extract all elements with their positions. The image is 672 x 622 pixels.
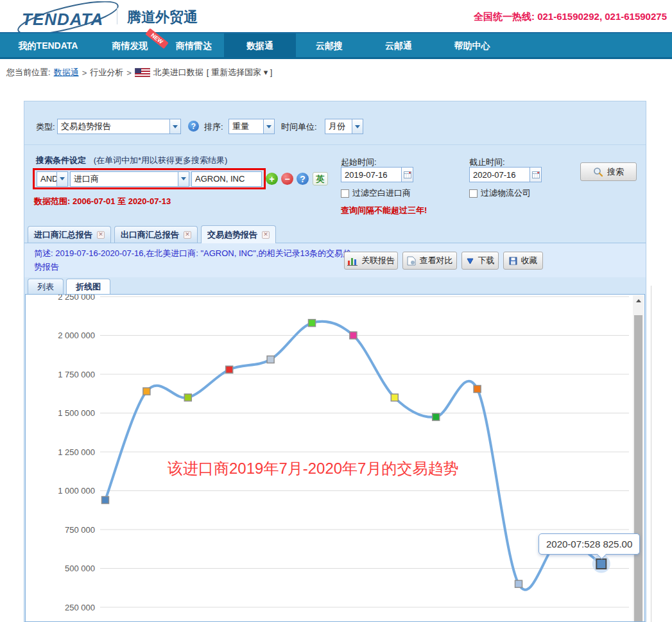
data-point[interactable] (433, 413, 440, 420)
data-point[interactable] (143, 388, 150, 395)
hotline: 全国统一热线: 021-61590292, 021-61590275 (474, 11, 667, 23)
data-point[interactable] (226, 366, 233, 373)
breadcrumb-prefix: 您当前位置: (6, 67, 51, 78)
chart-tooltip: 2020-07:528 825.00 (538, 533, 640, 555)
add-condition-icon[interactable]: + (266, 173, 278, 185)
trend-line (105, 322, 601, 590)
sort-label: 排序: (204, 121, 223, 133)
data-point[interactable] (184, 394, 191, 401)
chevron-down-icon[interactable] (169, 119, 180, 134)
nav-item-label: 云邮搜 (316, 40, 343, 52)
favorite-button[interactable]: 收藏 (503, 252, 543, 270)
tendata-logo[interactable]: TENDATA (17, 4, 129, 31)
view-tabbar: 列表折线图 (24, 277, 646, 294)
start-date-input[interactable]: 2019-07-16 (341, 167, 413, 182)
type-label: 类型: (36, 121, 55, 133)
report-tab-3[interactable]: 交易趋势报告✕ (201, 225, 276, 243)
close-icon[interactable]: ✕ (262, 231, 270, 239)
close-icon[interactable]: ✕ (184, 231, 191, 239)
sort-select-value: 重量 (229, 119, 263, 134)
chart-scrollbar[interactable] (633, 295, 644, 621)
breadcrumb-item-industry[interactable]: 行业分析 (90, 67, 123, 78)
nav-item-label: 商情发现 (112, 40, 148, 52)
sort-select[interactable]: 重量 (228, 119, 275, 134)
nav-item-6[interactable]: 云邮通 (363, 33, 435, 59)
report-tab-label: 进口商汇总报告 (34, 229, 92, 241)
view-tab-list[interactable]: 列表 (28, 279, 64, 294)
nav-item-label: 商情雷达 (176, 40, 212, 52)
close-icon[interactable]: ✕ (97, 231, 105, 239)
chevron-down-icon[interactable] (263, 119, 274, 134)
y-tick-label: 750 000 (65, 525, 95, 535)
save-disk-icon (509, 257, 517, 265)
y-tick-label: 1 750 000 (58, 370, 95, 379)
brand-name: 腾道外贸通 (127, 8, 198, 27)
nav-item-7[interactable]: 帮助中心 (435, 33, 510, 59)
breadcrumb-current: 北美进口数据 (153, 67, 203, 78)
section-divider (24, 144, 646, 145)
chart-annotation: 该进口商2019年7月-2020年7月的交易趋势 (168, 458, 458, 479)
view-tab-line-chart[interactable]: 折线图 (66, 279, 110, 294)
search-conditions-title: 搜索条件设定 (在单词中加*用以获得更多搜索结果) (36, 155, 227, 166)
keyword-input[interactable] (192, 172, 261, 186)
nav-item-3[interactable]: 商情雷达 (164, 33, 224, 59)
remove-condition-icon[interactable]: − (281, 173, 293, 185)
end-date-value: 2020-07-16 (470, 168, 530, 182)
calendar-icon[interactable] (530, 168, 541, 182)
data-point[interactable] (309, 320, 316, 327)
y-tick-label: 1 500 000 (58, 408, 95, 418)
filter-logistics-checkbox[interactable] (469, 189, 478, 198)
data-point[interactable] (515, 580, 522, 587)
type-select[interactable]: 交易趋势报告 (57, 119, 181, 134)
nav-item-label: 云邮通 (385, 40, 412, 52)
data-range-note: 数据范围: 2006-07-01 至 2020-07-13 (34, 196, 171, 207)
english-toggle-button[interactable]: 英 (313, 172, 328, 186)
nav-item-2[interactable]: 商情发现NEW (96, 33, 164, 59)
button-label: 查看对比 (420, 255, 453, 266)
filter-logistics-option: 过滤物流公司 (469, 187, 531, 199)
search-button[interactable]: 搜索 (580, 162, 637, 181)
keyword-input-wrap (191, 171, 262, 187)
chevron-down-icon[interactable] (178, 172, 189, 186)
report-tab-label: 出口商汇总报告 (121, 229, 179, 241)
compare-doc-icon (407, 256, 416, 266)
y-tick-label: 2 250 000 (58, 295, 95, 302)
logo-divider (117, 8, 117, 24)
scrollbar-up-arrow-icon[interactable] (633, 295, 644, 306)
main-panel: 类型: 交易趋势报告 ? 排序: 重量 时间单位: 月份 搜索条件设定 (在单词… (24, 101, 646, 622)
help-icon[interactable]: ? (188, 121, 199, 132)
boolean-operator-select[interactable]: AND (37, 171, 68, 187)
search-field-select[interactable]: 进口商 (70, 171, 189, 187)
download-button[interactable]: 下载 (461, 252, 499, 270)
data-point[interactable] (350, 332, 357, 339)
related-report-button[interactable]: 关联报告 (344, 252, 398, 270)
search-icon (593, 167, 603, 177)
data-point[interactable] (267, 356, 274, 363)
report-tab-label: 交易趋势报告 (207, 229, 257, 241)
help-icon[interactable]: ? (297, 173, 309, 185)
download-arrow-icon (466, 257, 474, 265)
data-point[interactable] (391, 394, 398, 401)
summary-bar: 简述: 2019-07-16-2020-07-16,在北美进口商: "AGRON… (24, 243, 646, 277)
report-tab-2[interactable]: 出口商汇总报告✕ (114, 226, 198, 243)
data-point[interactable] (102, 497, 109, 504)
y-tick-label: 1 000 000 (58, 486, 95, 496)
end-date-input[interactable]: 2020-07-16 (469, 167, 542, 182)
breadcrumb-link-datatong[interactable]: 数据通 (54, 67, 79, 78)
nav-item-4[interactable]: 数据通 (224, 33, 296, 59)
report-tab-1[interactable]: 进口商汇总报告✕ (28, 226, 111, 243)
data-point-highlighted[interactable] (596, 559, 606, 569)
calendar-icon[interactable] (401, 168, 413, 182)
nav-item-5[interactable]: 云邮搜 (296, 33, 363, 59)
reselect-country-dropdown[interactable]: [ 重新选择国家 ▾ ] (207, 67, 273, 78)
data-point[interactable] (474, 385, 481, 392)
chevron-down-icon[interactable] (352, 119, 363, 134)
time-unit-select[interactable]: 月份 (325, 119, 363, 134)
scrollbar-thumb[interactable] (634, 315, 642, 621)
breadcrumb: 您当前位置: 数据通 > 行业分析 > 北美进口数据 [ 重新选择国家 ▾ ] (6, 67, 272, 78)
nav-item-1[interactable]: 我的TENDATA (0, 33, 96, 59)
view-compare-button[interactable]: 查看对比 (402, 252, 457, 270)
filter-blank-importer-checkbox[interactable] (341, 189, 349, 198)
chevron-down-icon[interactable] (56, 172, 67, 186)
filter-logistics-label: 过滤物流公司 (481, 187, 531, 199)
